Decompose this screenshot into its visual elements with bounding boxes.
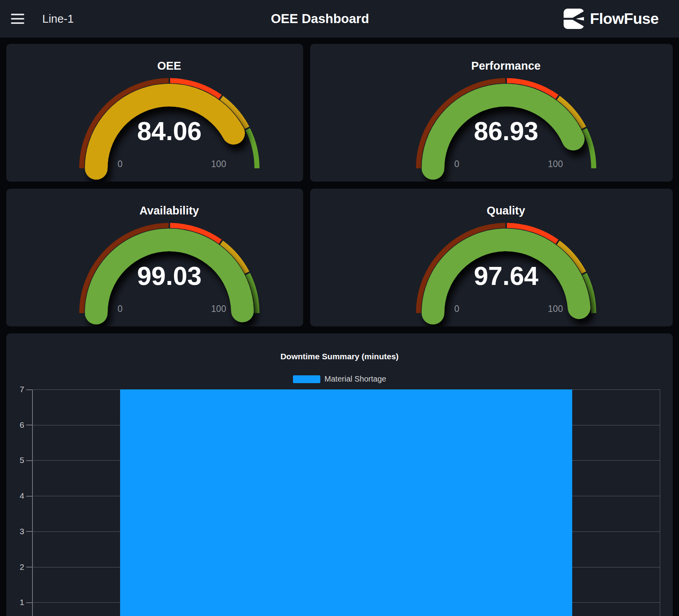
- top-app-bar: Line-1 OEE Dashboard FlowFuse: [0, 0, 679, 38]
- bar-material-shortage[interactable]: [120, 389, 572, 616]
- gauge-value: 97.64: [474, 261, 538, 290]
- gauge-card-availability: Availability 99.030100: [6, 189, 303, 326]
- gauge-card-quality: Quality 97.640100: [310, 189, 673, 326]
- brand-logo: FlowFuse: [564, 9, 679, 29]
- oee-gauge: 84.060100: [75, 72, 263, 182]
- gauge-title: Quality: [325, 204, 673, 217]
- y-tick-mark: [26, 389, 32, 390]
- gauge-max-label: 100: [211, 304, 226, 314]
- gauge-card-performance: Performance 86.930100: [310, 44, 673, 182]
- flowfuse-icon: [564, 9, 584, 29]
- hamburger-menu-icon[interactable]: [11, 14, 24, 24]
- dashboard-title: OEE Dashboard: [271, 11, 369, 26]
- y-tick-label: 4: [6, 491, 24, 501]
- plot-right-border: [660, 389, 660, 616]
- gauge-min-label: 0: [454, 304, 459, 314]
- gauge-value: 99.03: [137, 261, 201, 290]
- y-tick-mark: [26, 567, 32, 567]
- gauge-title: Availability: [21, 204, 303, 217]
- gauge-value: 84.06: [137, 117, 201, 146]
- y-tick-mark: [26, 425, 32, 425]
- gauge-max-label: 100: [548, 304, 562, 314]
- gauge-title: OEE: [21, 59, 303, 72]
- flowfuse-wordmark: FlowFuse: [590, 10, 659, 27]
- gauge-min-label: 0: [454, 159, 459, 169]
- gauge-min-label: 0: [117, 159, 122, 169]
- y-tick-mark: [26, 460, 32, 461]
- gauge-value: 86.93: [474, 117, 538, 146]
- gauge-max-label: 100: [211, 159, 226, 169]
- chart-plot-area: 7654321: [32, 389, 660, 616]
- legend-swatch: [293, 375, 320, 383]
- y-tick-label: 2: [6, 562, 24, 572]
- gauge-min-label: 0: [117, 304, 122, 314]
- gauge-grid: OEE 84.060100 Performance 86.930100 Avai…: [6, 44, 673, 326]
- y-tick-mark: [26, 602, 32, 603]
- legend-label: Material Shortage: [325, 375, 386, 384]
- gauge-max-label: 100: [548, 159, 562, 169]
- y-tick-mark: [26, 496, 32, 497]
- chart-title: Downtime Summary (minutes): [6, 352, 673, 361]
- y-tick-label: 5: [6, 456, 24, 465]
- y-tick-label: 3: [6, 527, 24, 536]
- y-tick-mark: [26, 531, 32, 532]
- y-tick-label: 1: [6, 598, 24, 607]
- y-tick-label: 7: [6, 385, 24, 394]
- gauge-title: Performance: [325, 59, 673, 72]
- downtime-chart-card: Downtime Summary (minutes) Material Shor…: [6, 333, 673, 616]
- gauge-card-oee: OEE 84.060100: [6, 44, 303, 182]
- performance-gauge: 86.930100: [412, 72, 600, 182]
- y-axis-line: [32, 389, 33, 616]
- quality-gauge: 97.640100: [412, 217, 600, 326]
- dashboard-body: OEE 84.060100 Performance 86.930100 Avai…: [0, 44, 679, 616]
- legend-item-material-shortage[interactable]: Material Shortage: [6, 375, 673, 384]
- page-nav-label: Line-1: [42, 13, 74, 25]
- availability-gauge: 99.030100: [75, 217, 263, 326]
- y-tick-label: 6: [6, 420, 24, 430]
